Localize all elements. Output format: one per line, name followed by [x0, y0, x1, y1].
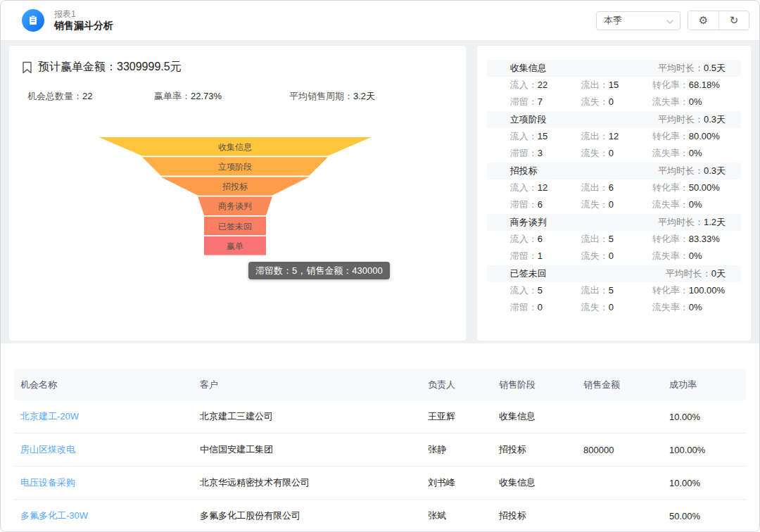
stage-section: 收集信息 平均时长：0.5天 流入：22流出：15转化率：68.18%滞留：7流…: [487, 60, 741, 110]
stage-metric: 流出：5: [581, 231, 652, 248]
bookmark-icon: [22, 61, 32, 74]
stage-metric-row: 流入：12流出：6转化率：50.00%: [487, 179, 741, 196]
stage-section-header: 招投标 平均时长：0.3天: [487, 163, 741, 179]
stage-cell: 收集信息: [493, 476, 577, 489]
stage-section: 立项阶段 平均时长：0.3天 流入：15流出：12转化率：80.00%滞留：3流…: [487, 111, 741, 162]
stage-section-header: 商务谈判 平均时长：1.2天: [487, 214, 741, 231]
stage-cell: 收集信息: [493, 410, 577, 423]
report-icon: [22, 9, 44, 32]
funnel-segment[interactable]: [99, 137, 372, 156]
stage-metric: 流入：6: [510, 231, 581, 248]
stage-metric: 流失：0: [581, 299, 652, 316]
opportunity-link[interactable]: 电压设备采购: [14, 476, 194, 489]
stage-metric-row: 滞留：7流失：0流失率：0%: [487, 94, 741, 110]
stage-duration: 平均时长：0.3天: [658, 113, 726, 126]
success-rate-cell: 50.00%: [663, 511, 746, 521]
stage-section: 已签未回 平均时长：0天 流入：5流出：5转化率：100.00%滞留：0流失：0…: [487, 265, 741, 316]
success-rate-cell: 10.00%: [663, 412, 746, 422]
stage-section-header: 立项阶段 平均时长：0.3天: [487, 111, 741, 128]
stage-metric-row: 流入：22流出：15转化率：68.18%: [487, 77, 741, 94]
stage-metric: 流入：12: [510, 179, 581, 196]
table-header-cell: 机会名称: [14, 379, 194, 391]
chevron-down-icon: [666, 15, 673, 26]
summary-metrics: 机会总数量：22赢单率：22.73%平均销售周期：3.2天: [9, 75, 466, 103]
stage-metric: 流失：0: [581, 94, 652, 110]
stage-duration: 平均时长：0天: [666, 267, 726, 280]
stage-metric: 滞留：0: [510, 299, 581, 316]
table-row[interactable]: 北京建工-20W 北京建工三建公司 王亚辉 收集信息 10.00%: [14, 400, 746, 433]
summary-metric: 平均销售周期：3.2天: [289, 90, 375, 103]
stage-section-header: 收集信息 平均时长：0.5天: [487, 60, 741, 77]
stage-metric: 流失：0: [581, 145, 652, 162]
table-header-row: 机会名称客户负责人销售阶段销售金额成功率: [14, 369, 746, 400]
table-row[interactable]: 多氟多化工-30W 多氟多化工股份有限公司 张斌 招投标 50.00%: [14, 500, 746, 532]
refresh-button[interactable]: ↻: [718, 11, 749, 30]
table-row[interactable]: 电压设备采购 北京华远精密技术有限公司 刘书峰 收集信息 10.00%: [14, 467, 746, 500]
stage-duration: 平均时长：1.2天: [658, 216, 726, 229]
stage-metric: 流出：5: [581, 282, 652, 299]
owner-cell: 王亚辉: [422, 410, 493, 423]
period-select[interactable]: 本季: [596, 11, 680, 30]
stage-metric: 流入：5: [510, 282, 581, 299]
table-header-cell: 成功率: [663, 379, 746, 391]
opportunity-link[interactable]: 多氟多化工-30W: [14, 509, 194, 522]
opportunity-link[interactable]: 北京建工-20W: [14, 410, 194, 423]
stage-section-header: 已签未回 平均时长：0天: [487, 265, 741, 282]
stage-name: 招投标: [510, 165, 538, 177]
stage-detail-panel: 收集信息 平均时长：0.5天 流入：22流出：15转化率：68.18%滞留：7流…: [477, 46, 751, 341]
stage-metric: 转化率：100.00%: [652, 282, 725, 299]
stage-metric: 流失：0: [581, 248, 652, 265]
stage-metric-row: 滞留：1流失：0流失率：0%: [487, 248, 741, 265]
stage-metric: 流入：22: [510, 77, 581, 94]
stage-metric-row: 滞留：6流失：0流失率：0%: [487, 196, 741, 213]
stage-metric-row: 流入：6流出：5转化率：83.33%: [487, 231, 741, 248]
funnel-segment[interactable]: [204, 217, 266, 235]
funnel-segment[interactable]: [198, 197, 272, 215]
table-row[interactable]: 房山区煤改电 中信国安建工集团 张静 招投标 800000 100.00%: [14, 433, 746, 467]
opportunity-link[interactable]: 房山区煤改电: [14, 443, 194, 456]
stage-metric: 转化率：50.00%: [652, 179, 720, 196]
stage-metric-row: 滞留：3流失：0流失率：0%: [487, 145, 741, 162]
stage-metric: 转化率：68.18%: [652, 77, 720, 94]
funnel-card: 预计赢单金额： 3309999.5元 机会总数量：22赢单率：22.73%平均销…: [9, 46, 466, 341]
stage-metric: 滞留：6: [510, 196, 581, 213]
owner-cell: 张静: [422, 443, 493, 456]
funnel-segment[interactable]: [204, 236, 266, 255]
header-controls: 本季 ⚙ ↻: [596, 11, 749, 30]
header-titles: 报表1 销售漏斗分析: [54, 9, 113, 32]
success-rate-cell: 10.00%: [663, 478, 746, 488]
gear-icon: ⚙: [699, 14, 708, 27]
expected-amount-row: 预计赢单金额： 3309999.5元: [9, 46, 466, 75]
expected-amount-value: 3309999.5元: [117, 60, 182, 75]
stage-metric-row: 滞留：0流失：0流失率：0%: [487, 299, 741, 316]
stage-name: 收集信息: [510, 62, 547, 75]
settings-button[interactable]: ⚙: [688, 11, 718, 30]
stage-name: 已签未回: [510, 267, 547, 280]
stage-duration: 平均时长：0.3天: [658, 165, 726, 177]
stage-cell: 招投标: [493, 509, 577, 522]
funnel-segment[interactable]: [142, 157, 328, 175]
stage-metric: 流出：6: [581, 179, 652, 196]
summary-metric: 赢单率：22.73%: [154, 90, 289, 103]
report-label: 报表1: [54, 9, 113, 20]
header-button-group: ⚙ ↻: [688, 11, 749, 30]
page-header: 报表1 销售漏斗分析 本季 ⚙ ↻: [1, 1, 759, 41]
top-row: 预计赢单金额： 3309999.5元 机会总数量：22赢单率：22.73%平均销…: [1, 41, 759, 341]
stage-duration: 平均时长：0.5天: [658, 62, 726, 75]
stage-metric: 滞留：3: [510, 145, 581, 162]
stage-metric: 转化率：80.00%: [652, 128, 720, 145]
opportunity-table-section: 机会名称客户负责人销售阶段销售金额成功率 北京建工-20W 北京建工三建公司 王…: [1, 343, 759, 532]
stage-metric: 流失率：0%: [652, 196, 702, 213]
stage-metric: 流失：0: [581, 196, 652, 213]
stage-metric: 转化率：83.33%: [652, 231, 720, 248]
page-title: 销售漏斗分析: [54, 20, 113, 32]
funnel-segment[interactable]: [160, 177, 309, 195]
customer-cell: 北京华远精密技术有限公司: [194, 476, 422, 489]
funnel-tooltip: 滞留数：5，销售金额：430000: [248, 262, 390, 279]
stage-section: 商务谈判 平均时长：1.2天 流入：6流出：5转化率：83.33%滞留：1流失：…: [487, 214, 741, 265]
stage-metric-row: 流入：15流出：12转化率：80.00%: [487, 128, 741, 145]
stage-metric: 流失率：0%: [652, 94, 702, 110]
stage-metric: 滞留：7: [510, 94, 581, 110]
stage-section: 招投标 平均时长：0.3天 流入：12流出：6转化率：50.00%滞留：6流失：…: [487, 163, 741, 213]
stage-metric: 流出：12: [581, 128, 652, 145]
